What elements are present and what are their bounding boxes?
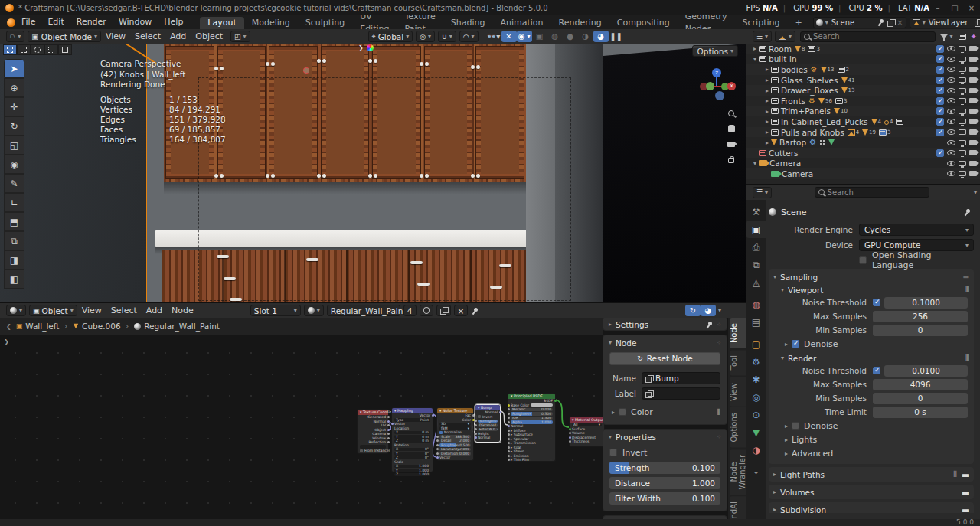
disable-render-icon[interactable] xyxy=(969,67,977,72)
properties-tab-material[interactable]: ◑ xyxy=(746,441,766,459)
presets-icon[interactable]: ⫼ xyxy=(717,408,720,417)
input-socket[interactable] xyxy=(569,440,571,443)
properties-search-input[interactable]: Search xyxy=(815,187,929,198)
pan-tool[interactable] xyxy=(723,122,740,136)
input-socket[interactable] xyxy=(508,459,510,461)
properties-tab-physics[interactable]: ◎ xyxy=(746,388,766,406)
input-socket[interactable] xyxy=(436,448,439,450)
viewport-max-samples-value[interactable]: 256 xyxy=(873,311,968,322)
options-button[interactable]: Options▾ xyxy=(692,45,738,57)
pin-icon[interactable] xyxy=(965,209,971,215)
material-users-button[interactable]: 4 xyxy=(403,305,416,316)
zoom-tool[interactable] xyxy=(723,106,740,120)
node-header[interactable]: ▾ Material Output xyxy=(570,417,604,423)
tool-button-7[interactable]: ∟ xyxy=(4,193,24,212)
viewport-noise-threshold-checkbox[interactable] xyxy=(873,299,880,306)
shading-solid-button[interactable]: ● xyxy=(563,31,578,42)
node-mapping[interactable]: ▾ MappingVectorTypePointVectorLocationX0… xyxy=(391,407,433,472)
hide-eye-icon[interactable] xyxy=(947,129,956,135)
properties-editor-type[interactable]: ☰▾ xyxy=(753,187,772,198)
unlink-icon[interactable]: × xyxy=(897,18,903,27)
axis-y[interactable] xyxy=(706,82,714,90)
input-socket[interactable] xyxy=(508,417,510,419)
node-slider[interactable]: Distance1.000 xyxy=(478,423,498,427)
outliner-row[interactable]: ▸Glass_Shelves41 xyxy=(746,75,980,86)
expand-icon[interactable]: ▸ xyxy=(763,108,771,115)
node-row-normal[interactable]: Normal xyxy=(475,436,500,440)
breadcrumb[interactable]: Scene xyxy=(781,207,807,217)
shader-editor-type[interactable]: ▾ xyxy=(6,305,26,316)
node-header[interactable]: ▾ Principled BSDF xyxy=(508,394,555,399)
disable-viewport-icon[interactable] xyxy=(959,46,966,51)
xray-toggle[interactable]: ▣ xyxy=(532,31,547,42)
node-slider[interactable]: Filter W.0.100 xyxy=(478,428,498,432)
new-collection-icon[interactable] xyxy=(959,34,966,40)
hide-eye-icon[interactable] xyxy=(947,161,956,166)
node-field[interactable]: Z1.000 xyxy=(394,473,430,477)
hide-eye-icon[interactable] xyxy=(947,57,956,62)
input-socket[interactable] xyxy=(436,444,439,446)
input-socket[interactable] xyxy=(508,446,510,449)
add-workspace-button[interactable]: + xyxy=(787,17,809,29)
viewport-noise-threshold-value[interactable]: 0.1000 xyxy=(884,297,968,309)
outliner-row[interactable]: ▸In-Cabinet_Led_Pucks44 xyxy=(746,116,980,127)
show-gizmo-toggle[interactable]: ✕ xyxy=(501,31,517,42)
pin-icon[interactable] xyxy=(472,308,479,314)
node-slider[interactable]: Roughness0.500 xyxy=(439,443,471,447)
sampling-header[interactable]: ▾Sampling▬ xyxy=(769,270,974,283)
expand-arrow-icon[interactable]: ❯ xyxy=(358,44,364,51)
sidebar-tab-options[interactable]: Options xyxy=(730,407,746,448)
axis-x[interactable]: x xyxy=(727,82,736,90)
menu-help[interactable]: Help xyxy=(158,15,189,29)
outliner-item-name[interactable]: In-Cabinet_Led_Pucks xyxy=(781,117,868,126)
disable-render-icon[interactable] xyxy=(969,109,977,114)
section-volumes[interactable]: ▸Volumes▬ xyxy=(769,485,974,499)
input-socket[interactable] xyxy=(475,428,477,430)
maximize-button[interactable]: □ xyxy=(946,4,963,12)
disable-viewport-icon[interactable] xyxy=(959,77,966,83)
viewlayer-selector[interactable]: ▾ ViewLayer × xyxy=(910,17,980,28)
viewport-min-samples-value[interactable]: 0 xyxy=(873,325,968,336)
presets-icon[interactable]: ⫼ xyxy=(953,470,957,479)
expand-icon[interactable]: ▾ xyxy=(751,56,759,63)
disable-viewport-icon[interactable] xyxy=(959,171,966,176)
properties-tab-view-layer[interactable]: ⧉ xyxy=(746,256,766,273)
input-socket[interactable] xyxy=(508,408,510,410)
invert-checkbox[interactable] xyxy=(609,449,617,456)
outliner-row[interactable]: ▸Pulls and Knobs4193 xyxy=(746,127,980,138)
disable-viewport-icon[interactable] xyxy=(959,57,966,62)
pause-render-button[interactable]: ❚❚ xyxy=(609,31,624,42)
input-socket[interactable] xyxy=(436,436,439,438)
scene-selector[interactable]: ▾ Scene × xyxy=(813,17,906,28)
select-mode-box[interactable] xyxy=(17,44,31,55)
sidebar-tab-node-wrangler[interactable]: Node Wrangler xyxy=(730,449,746,495)
hide-eye-icon[interactable] xyxy=(947,119,956,124)
pivot-point-dropdown[interactable]: ◎▾ xyxy=(416,31,435,42)
node-texture-coordinate[interactable]: ▾ Texture CoordinateGeneratedNormalUVObj… xyxy=(357,409,389,454)
osl-checkbox[interactable] xyxy=(859,256,867,264)
properties-options-dropdown[interactable]: ▾ xyxy=(974,189,977,196)
viewport-denoise-checkbox[interactable] xyxy=(792,340,799,348)
node-row-from-instancer[interactable]: From Instancer xyxy=(358,449,388,453)
input-socket[interactable] xyxy=(508,413,510,415)
sidebar-tab-node[interactable]: Node xyxy=(730,318,746,348)
node-checkbox[interactable] xyxy=(478,415,481,418)
shading-material-button[interactable]: ◑ xyxy=(578,31,593,42)
properties-tab-constraints[interactable]: ⊙ xyxy=(746,406,766,423)
input-socket[interactable] xyxy=(508,455,510,457)
input-socket[interactable] xyxy=(436,456,439,459)
input-socket[interactable] xyxy=(569,428,571,430)
expand-icon[interactable]: ▸ xyxy=(763,87,771,94)
device-dropdown[interactable]: GPU Compute▾ xyxy=(859,239,974,251)
node-noise-texture[interactable]: ▾ Noise TextureFacColor3D▾fBM▾NormalizeS… xyxy=(436,407,474,461)
node-checkbox[interactable] xyxy=(439,431,443,434)
workspace-tab-uv-editing[interactable]: UV Editing xyxy=(352,15,397,29)
outliner-item-name[interactable]: Drawer_Boxes xyxy=(781,86,838,95)
properties-tab-object[interactable]: ▢ xyxy=(746,335,766,353)
color-checkbox[interactable] xyxy=(619,408,626,416)
minimize-button[interactable]: – xyxy=(929,4,946,12)
viewport-menu-object[interactable]: Object xyxy=(191,29,227,44)
outliner-row[interactable]: Camera xyxy=(746,168,980,179)
outliner-item-name[interactable]: Camera xyxy=(769,158,801,168)
close-button[interactable]: × xyxy=(963,4,980,12)
